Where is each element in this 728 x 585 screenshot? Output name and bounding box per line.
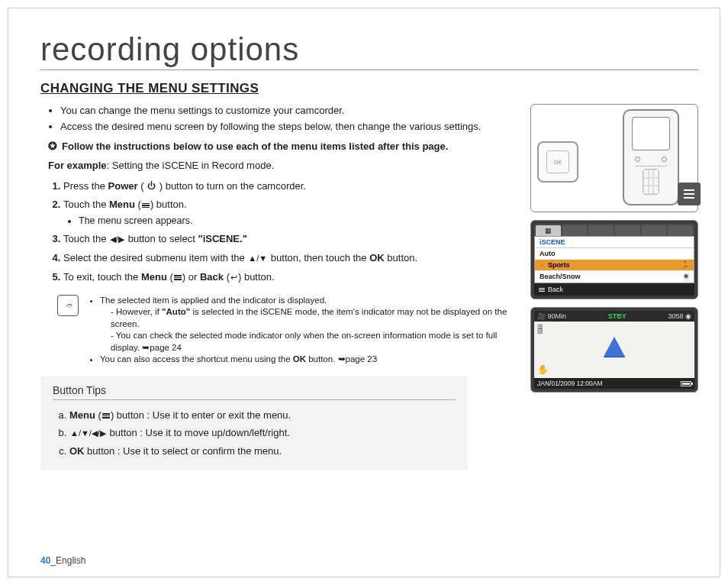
t: button. ➥page 23 [306,354,377,364]
sports-icon: 🏃 [681,261,689,269]
back-icon: ↩ [230,271,238,285]
button-tips-box: Button Tips Menu () button : Use it to e… [40,377,468,470]
menu-icon [102,413,110,419]
lcd-tabs: ▦ [534,224,694,236]
intro-bullet: Access the desired menu screen by follow… [60,120,512,134]
lcd-menu-item: Beach/Snow☀ [535,271,694,283]
intro-bullet: You can change the menu settings to cust… [60,104,512,118]
t: ) button to turn on the camcorder. [156,180,306,192]
t: ( [167,271,173,283]
power-icon: ⏻ [147,179,156,193]
menu-icon [539,288,545,292]
t: ) or [182,271,200,283]
lcd-menu-title: iSCENE [535,237,694,248]
note-subitem: However, if "Auto" is selected in the iS… [111,306,512,330]
tip-c: OK button : Use it to select or confirm … [69,442,456,460]
tips-list: Menu () button : Use it to enter or exit… [53,406,456,460]
menu-badge-icon [678,183,701,205]
ok-label: OK [369,252,385,263]
gear-bullet-icon: ✪ [48,141,57,151]
lcd-bottom-bar: JAN/01/2009 12:00AM [534,378,694,389]
t: ) button. [150,199,187,210]
t: Touch the [63,233,109,244]
t: button : Use it to select or confirm the… [85,445,282,457]
cam-screen [632,117,670,150]
note-list: The selected item is applied and the ind… [86,295,512,366]
menu-icon [142,203,150,208]
cam-buttons [632,155,670,198]
instruction-text: Follow the instructions below to use eac… [62,141,448,152]
right-column: OK ▦ [530,104,698,470]
t: ( [95,409,101,421]
lcd-menu-screenshot: ▦ iSCENE Auto ✓Sports🏃 Beach/Snow☀ Back [530,220,698,299]
t: The selected item is applied and the ind… [100,296,327,305]
t: OK [69,445,85,457]
note-item: You can also access the shortcut menu us… [100,354,512,366]
t: To exit, touch the [63,271,141,283]
check-icon: ✓ [540,261,546,269]
page-footer: 40_English [40,555,85,566]
counter: 3058 ◉ [668,312,691,320]
t: OK [293,354,306,364]
lcd-tab: ▦ [536,225,561,236]
back-label: Back [200,271,224,283]
lcd-preview-body: ▥▤ ✋ [534,322,694,378]
t: Menu [69,409,95,421]
t: Back [548,286,563,293]
power-label: Power [108,180,138,192]
t: Sports [548,261,570,269]
section-heading: CHANGING THE MENU SETTINGS [40,81,698,96]
t: "Auto" [162,307,190,316]
menu-icon [174,275,182,280]
t: ( [135,199,141,210]
note-icon: 𝄐 [57,295,79,316]
t: Touch the [63,199,109,210]
t: Press the [63,180,108,192]
note-item: The selected item is applied and the ind… [100,295,512,354]
t: button. [385,252,417,263]
beach-icon: ☀ [683,273,689,280]
dpad-icons: ▲/▼/◀/▶ [69,426,107,441]
t: button, then touch the [268,252,369,263]
intro-bullets: You can change the menu settings to cust… [40,104,512,134]
page-title: recording options [40,31,698,70]
lcd-tab [668,225,693,236]
t: button to select [125,233,198,244]
step-3: Touch the ◀/▶ button to select "iSCENE." [63,231,512,247]
t: ) button : Use it to enter or exit the m… [111,409,291,421]
steps-list: Press the Power ( ⏻ ) button to turn on … [40,179,512,286]
t: ( [224,271,230,283]
t: ) button. [238,271,275,283]
cursor-icon [604,337,625,357]
tip-a: Menu () button : Use it to enter or exit… [69,406,456,424]
up-down-icons: ▲/▼ [247,252,268,266]
t: ( [138,180,147,192]
note-box: 𝄐 The selected item is applied and the i… [57,295,512,366]
battery-icon [681,381,691,386]
remote-ok-label: OK [546,150,569,173]
t: You can also access the shortcut menu us… [100,354,293,364]
menu-label: Menu [109,199,135,210]
menu-label: Menu [141,271,167,283]
example-text: : Setting the iSCENE in Record mode. [107,160,275,171]
manual-page: recording options CHANGING THE MENU SETT… [8,8,720,577]
camcorder-illustration [623,109,679,205]
t: Select the desired submenu item with the [63,252,247,263]
page-number: 40 [40,555,50,566]
lcd-menu-item: Auto [535,248,694,260]
lcd-tab [588,225,614,236]
content-columns: You can change the menu settings to cust… [40,104,698,470]
t: button : Use it to move up/down/left/rig… [107,427,290,438]
step-2-sub: The menu screen appears. [79,213,512,228]
timestamp: JAN/01/2009 12:00AM [537,380,603,387]
lang: English [56,555,85,566]
lcd-menu-item-selected: ✓Sports🏃 [535,260,694,271]
remote-illustration: OK [537,141,578,183]
tips-heading: Button Tips [53,384,456,400]
lcd-preview-screenshot: 🎥 90Min STBY 3058 ◉ ▥▤ ✋ JAN/01/2009 12:… [530,307,698,393]
step-5: To exit, touch the Menu () or Back (↩) b… [63,270,512,286]
t: However, if [116,307,162,316]
t: Beach/Snow [540,273,581,280]
lcd-menu-list: iSCENE Auto ✓Sports🏃 Beach/Snow☀ [534,236,694,283]
lcd-tab [562,225,588,236]
